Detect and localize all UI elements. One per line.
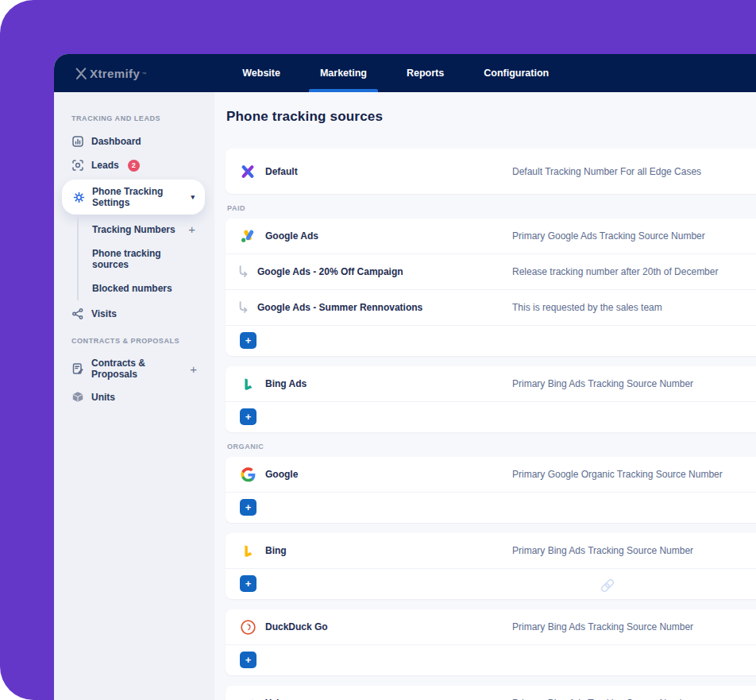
add-source-button[interactable]: + xyxy=(240,408,256,425)
bing-icon xyxy=(240,543,256,559)
bing-organic-card: Bing Primary Bing Ads Tracking Source Nu… xyxy=(226,533,756,599)
google-ads-icon xyxy=(240,228,256,244)
bing-ads-card: Bing Ads Primary Bing Ads Tracking Sourc… xyxy=(226,366,756,432)
duckduckgo-icon xyxy=(240,619,256,635)
source-description: Release tracking number after 20th of De… xyxy=(512,266,718,277)
google-ads-card: Google Ads Primary Google Ads Tracking S… xyxy=(226,219,756,356)
source-description: Primary Google Organic Tracking Source N… xyxy=(512,469,723,480)
source-name: DuckDuck Go xyxy=(265,621,328,632)
default-source-card: Default Default Tracking Number For all … xyxy=(226,149,756,194)
source-name: Default xyxy=(265,166,298,177)
main-panel: Phone tracking sources Default xyxy=(214,92,756,700)
cube-icon xyxy=(71,391,84,404)
sources-list: Default Default Tracking Number For all … xyxy=(214,136,756,700)
page-title: Phone tracking sources xyxy=(226,109,756,136)
source-row-yahoo[interactable]: y! Yahoo Primary Bing Ads Tracking Sourc… xyxy=(226,686,756,700)
sidebar-subitem-phone-tracking-sources[interactable]: Phone tracking sources xyxy=(79,242,214,277)
add-tracking-number-button[interactable]: + xyxy=(188,223,195,235)
sidebar-item-label: Dashboard xyxy=(91,136,141,147)
sub-arrow-icon xyxy=(235,300,251,315)
source-row-duckduckgo[interactable]: DuckDuck Go Primary Bing Ads Tracking So… xyxy=(226,609,756,645)
source-description: Primary Bing Ads Tracking Source Number xyxy=(512,378,693,389)
sidebar-item-units[interactable]: Units xyxy=(54,385,214,409)
source-row-google-ads-20-off[interactable]: Google Ads - 20% Off Campaign Release tr… xyxy=(226,254,756,290)
google-icon xyxy=(240,466,256,482)
source-description: Default Tracking Number For all Edge Cas… xyxy=(512,166,701,177)
source-description: This is requested by the sales team xyxy=(512,302,662,313)
top-navbar: Xtremify ™ Website Marketing Reports Con… xyxy=(54,54,756,92)
brand-name: Xtremify xyxy=(90,67,140,80)
tab-marketing[interactable]: Marketing xyxy=(300,54,387,92)
source-name: Bing Ads xyxy=(265,378,307,389)
phone-tracking-settings-submenu: Tracking Numbers + Phone tracking source… xyxy=(77,217,214,300)
source-name: Google Ads - 20% Off Campaign xyxy=(257,266,403,277)
source-row-google[interactable]: Google Primary Google Organic Tracking S… xyxy=(226,457,756,493)
group-label-organic: ORGANIC xyxy=(227,443,756,451)
source-row-bing-ads[interactable]: Bing Ads Primary Bing Ads Tracking Sourc… xyxy=(226,366,756,402)
source-description: Primary Bing Ads Tracking Source Number xyxy=(512,545,693,556)
brand-logo[interactable]: Xtremify ™ xyxy=(75,67,146,80)
gear-icon xyxy=(72,191,85,203)
add-source-button[interactable]: + xyxy=(240,652,256,668)
xtremify-x-icon xyxy=(240,164,256,180)
group-label-paid: PAID xyxy=(227,204,756,212)
share-icon xyxy=(71,307,84,320)
sidebar-item-label: Visits xyxy=(91,308,117,319)
sidebar-subitem-label: Phone tracking sources xyxy=(92,248,195,270)
sidebar-item-visits[interactable]: Visits xyxy=(54,302,214,326)
sidebar-item-label: Units xyxy=(91,392,115,403)
google-organic-card: Google Primary Google Organic Tracking S… xyxy=(226,457,756,523)
leads-icon xyxy=(71,159,84,172)
sidebar-subitem-blocked-numbers[interactable]: Blocked numbers xyxy=(79,277,214,300)
dashboard-icon xyxy=(71,135,84,148)
chevron-down-icon[interactable]: ▾ xyxy=(191,193,195,201)
source-name: Google Ads - Summer Rennovations xyxy=(257,302,422,313)
add-source-button[interactable]: + xyxy=(240,332,256,349)
sidebar: TRACKING AND LEADS Dashboard Leads 2 xyxy=(54,92,214,700)
source-name: Google Ads xyxy=(265,230,318,242)
sidebar-item-label: Leads xyxy=(91,160,119,171)
yahoo-card: y! Yahoo Primary Bing Ads Tracking Sourc… xyxy=(226,686,756,700)
bing-ads-icon xyxy=(240,376,256,392)
brand-trademark: ™ xyxy=(141,72,146,76)
tab-website[interactable]: Website xyxy=(222,54,300,92)
source-name: Bing xyxy=(265,545,287,556)
source-description: Primary Google Ads Tracking Source Numbe… xyxy=(512,230,705,242)
sidebar-section-contracts-label: CONTRACTS & PROPOSALS xyxy=(71,337,214,345)
source-row-bing[interactable]: Bing Primary Bing Ads Tracking Source Nu… xyxy=(226,533,756,569)
screen: Xtremify ™ Website Marketing Reports Con… xyxy=(0,0,756,700)
sub-arrow-icon xyxy=(235,264,251,280)
source-name: Google xyxy=(265,469,298,480)
add-contract-button[interactable]: + xyxy=(190,363,197,375)
tab-reports[interactable]: Reports xyxy=(387,54,464,92)
add-source-button[interactable]: + xyxy=(240,499,256,516)
sidebar-item-phone-tracking-settings[interactable]: Phone Tracking Settings ▾ xyxy=(62,180,205,215)
xtremify-logo-icon xyxy=(75,67,88,80)
leads-count-badge: 2 xyxy=(128,160,140,172)
source-row-google-ads[interactable]: Google Ads Primary Google Ads Tracking S… xyxy=(226,219,756,254)
sidebar-item-label: Phone Tracking Settings xyxy=(92,186,183,208)
nav-tabs: Website Marketing Reports Configuration xyxy=(222,54,569,92)
sidebar-item-leads[interactable]: Leads 2 xyxy=(54,153,214,177)
source-row-google-ads-summer[interactable]: Google Ads - Summer Rennovations This is… xyxy=(226,290,756,326)
sidebar-item-contracts-proposals[interactable]: Contracts & Proposals + xyxy=(54,352,214,385)
yahoo-icon: y! xyxy=(240,695,256,700)
sidebar-subitem-label: Blocked numbers xyxy=(92,283,172,294)
source-row-default[interactable]: Default Default Tracking Number For all … xyxy=(226,149,756,194)
sidebar-section-tracking-label: TRACKING AND LEADS xyxy=(71,114,214,122)
duckduckgo-card: DuckDuck Go Primary Bing Ads Tracking So… xyxy=(226,609,756,675)
sidebar-item-dashboard[interactable]: Dashboard xyxy=(54,130,214,153)
tab-configuration[interactable]: Configuration xyxy=(464,54,569,92)
sidebar-subitem-tracking-numbers[interactable]: Tracking Numbers + xyxy=(79,217,214,242)
source-description: Primary Bing Ads Tracking Source Number xyxy=(512,621,693,632)
add-source-button[interactable]: + xyxy=(240,575,256,592)
contract-icon xyxy=(71,362,84,375)
app-window: Xtremify ™ Website Marketing Reports Con… xyxy=(54,54,756,700)
sidebar-subitem-label: Tracking Numbers xyxy=(92,224,176,235)
sidebar-item-label: Contracts & Proposals xyxy=(91,358,183,380)
